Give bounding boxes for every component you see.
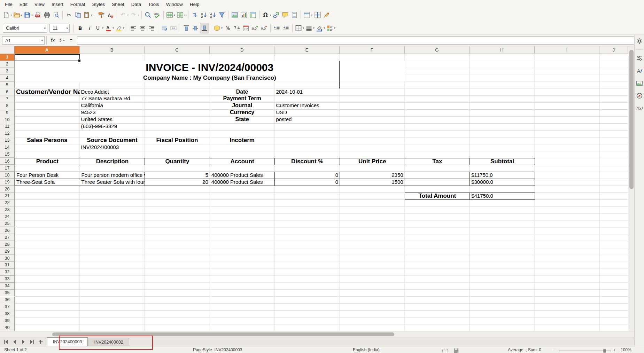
zoom-out-button[interactable]: − — [553, 347, 556, 353]
cell-D7[interactable]: Payment Term — [210, 95, 275, 102]
align-bottom-button[interactable] — [200, 23, 209, 33]
print-button[interactable] — [42, 10, 52, 20]
row-header-20[interactable]: 20 — [0, 186, 15, 193]
cell-F19[interactable]: 1500 — [340, 179, 405, 186]
cell-C16[interactable]: Quantity — [145, 158, 210, 165]
row-header-13[interactable]: 13 — [0, 137, 15, 144]
menu-tools[interactable]: Tools — [145, 1, 163, 8]
format-as-date-button[interactable] — [241, 23, 250, 33]
center-vertically-button[interactable] — [191, 23, 200, 33]
row-header-9[interactable]: 9 — [0, 109, 15, 116]
row-header-15[interactable]: 15 — [0, 151, 15, 158]
previous-sheet-button[interactable] — [10, 338, 19, 346]
row-header-40[interactable]: 40 — [0, 324, 15, 331]
row-header-4[interactable]: 4 — [0, 75, 15, 82]
cell-D8[interactable]: Journal — [210, 102, 275, 109]
sheet-position-label[interactable]: Sheet 1 of 2 — [4, 347, 27, 352]
formula-button[interactable]: = — [67, 36, 76, 45]
chevron-down-icon[interactable]: ▾ — [21, 14, 22, 17]
merge-cells-button[interactable] — [169, 23, 178, 33]
row-header-38[interactable]: 38 — [0, 310, 15, 317]
save-button[interactable]: ▾ — [23, 10, 33, 20]
bold-button[interactable]: B — [76, 23, 85, 33]
add-decimal-place-button[interactable]: 0.0 — [250, 23, 259, 33]
paste-button[interactable]: ▾ — [83, 10, 93, 20]
chevron-down-icon[interactable]: ▾ — [39, 39, 43, 42]
menu-window[interactable]: Window — [163, 1, 186, 8]
clone-formatting-button[interactable] — [97, 10, 106, 20]
column-header-A[interactable]: A — [15, 46, 80, 54]
cell-D10[interactable]: State — [210, 116, 275, 123]
menu-help[interactable]: Help — [186, 1, 203, 8]
cell-A4[interactable]: Company Name : My Company (San Francisco… — [15, 75, 405, 82]
align-left-button[interactable] — [129, 23, 138, 33]
chevron-down-icon[interactable]: ▾ — [127, 14, 129, 17]
copy-button[interactable] — [73, 10, 83, 20]
selection-mode-icon[interactable] — [442, 347, 447, 353]
row-header-21[interactable]: 21 — [0, 193, 15, 199]
row-header-12[interactable]: 12 — [0, 130, 15, 137]
row-header-39[interactable]: 39 — [0, 317, 15, 324]
highlighting-color-button[interactable]: ▾ — [115, 23, 125, 33]
delete-decimal-place-button[interactable]: 0.0 — [259, 23, 269, 33]
cell-B14[interactable]: INV/2024/00003 — [80, 144, 145, 151]
cell-B18[interactable]: Four person modern office workstation — [80, 172, 145, 179]
align-right-button[interactable] — [147, 23, 156, 33]
conditional-formatting-button[interactable]: ▾ — [326, 23, 336, 33]
freeze-rows-and-columns-button[interactable]: ▾ — [303, 10, 313, 20]
menu-sheet[interactable]: Sheet — [108, 1, 127, 8]
print-preview-button[interactable] — [52, 10, 61, 20]
rows-button[interactable]: ▾ — [165, 10, 176, 20]
cell-G21[interactable]: Total Amount — [405, 193, 470, 200]
borders-button[interactable]: ▾ — [294, 23, 305, 33]
row-header-29[interactable]: 29 — [0, 248, 15, 255]
row-header-25[interactable]: 25 — [0, 220, 15, 227]
column-header-G[interactable]: G — [405, 46, 470, 54]
row-header-34[interactable]: 34 — [0, 283, 15, 290]
cell-E18[interactable]: 0 — [274, 172, 340, 179]
chevron-down-icon[interactable]: ▾ — [10, 14, 12, 17]
horizontal-scrollbar-thumb[interactable] — [52, 332, 394, 336]
cell-D16[interactable]: Account — [210, 158, 275, 165]
cell-E19[interactable]: 0 — [274, 179, 340, 186]
row-header-16[interactable]: 16 — [0, 158, 15, 165]
insert-image-button[interactable] — [230, 10, 239, 20]
cell-D13[interactable]: Incoterm — [210, 137, 275, 144]
cell-H16[interactable]: Subtotal — [470, 158, 535, 165]
find-and-replace-button[interactable] — [143, 10, 153, 20]
insert-special-character-button[interactable]: Ω▾ — [261, 10, 272, 20]
cell-G18[interactable] — [405, 172, 470, 179]
column-header-I[interactable]: I — [535, 46, 600, 54]
headers-and-footers-button[interactable] — [290, 10, 299, 20]
row-header-10[interactable]: 10 — [0, 116, 15, 123]
formula-input[interactable] — [77, 36, 634, 45]
cell-A6[interactable]: Customer/Vendor Name — [15, 89, 80, 96]
column-header-F[interactable]: F — [340, 46, 405, 54]
row-header-2[interactable]: 2 — [0, 61, 15, 68]
row-header-31[interactable]: 31 — [0, 262, 15, 269]
split-window-button[interactable] — [313, 10, 322, 20]
open-button[interactable]: ▾ — [13, 10, 23, 20]
menu-edit[interactable]: Edit — [16, 1, 31, 8]
chevron-down-icon[interactable]: ▾ — [64, 26, 68, 30]
horizontal-scrollbar[interactable] — [0, 331, 634, 337]
format-as-percent-button[interactable]: % — [223, 23, 232, 33]
pivot-table-button[interactable] — [248, 10, 257, 20]
vertical-scrollbar-thumb[interactable] — [629, 50, 634, 189]
underline-button[interactable]: U▾ — [94, 23, 104, 33]
insert-chart-button[interactable] — [239, 10, 248, 20]
chevron-down-icon[interactable]: ▾ — [123, 26, 124, 30]
language-label[interactable]: English (India) — [353, 347, 380, 352]
row-header-18[interactable]: 18 — [0, 172, 15, 179]
row-header-30[interactable]: 30 — [0, 255, 15, 262]
document-modified-icon[interactable] — [453, 347, 458, 353]
border-style-button[interactable]: ▾ — [305, 23, 315, 33]
align-center-button[interactable] — [138, 23, 147, 33]
chevron-down-icon[interactable]: ▾ — [184, 14, 186, 17]
chevron-down-icon[interactable]: ▾ — [31, 14, 33, 17]
chevron-down-icon[interactable]: ▾ — [174, 14, 175, 17]
autosum-button[interactable]: Σ▾ — [57, 36, 67, 45]
row-header-6[interactable]: 6 — [0, 89, 15, 96]
cell-B10[interactable]: United States — [80, 116, 145, 123]
wrap-text-button[interactable] — [160, 23, 169, 33]
